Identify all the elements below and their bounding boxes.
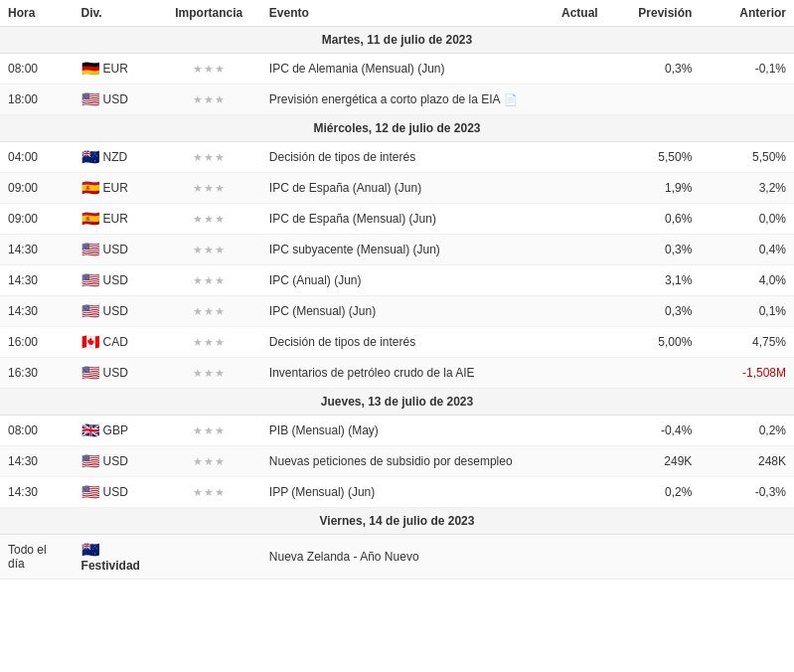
importance-stars: ★★★ <box>193 486 226 498</box>
cell-evento: IPC de España (Mensual) (Jun) <box>261 204 533 235</box>
cell-hora: 14:30 <box>0 446 74 477</box>
importance-stars: ★★★ <box>193 274 226 286</box>
importance-stars: ★★★ <box>193 367 226 379</box>
importance-stars: ★★★ <box>193 424 226 436</box>
cell-evento: IPP (Mensual) (Jun) <box>261 477 533 508</box>
currency-label: GBP <box>103 423 128 437</box>
cell-div: 🇨🇦CAD <box>74 327 157 358</box>
cell-actual <box>533 265 606 296</box>
col-header-hora: Hora <box>0 0 74 27</box>
table-row: Todo el día🇳🇿FestividadNueva Zelanda - A… <box>0 535 794 580</box>
cell-hora: 09:00 <box>0 173 74 204</box>
cell-evento: Inventarios de petróleo crudo de la AIE <box>261 358 533 389</box>
cell-hora: 14:30 <box>0 265 74 296</box>
cell-actual <box>533 477 606 508</box>
cell-importancia: ★★★ <box>157 84 261 115</box>
cell-hora: 04:00 <box>0 142 74 173</box>
table-row: 08:00🇬🇧GBP★★★PIB (Mensual) (May)-0,4%0,2… <box>0 416 794 446</box>
cell-anterior: 4,75% <box>700 327 794 358</box>
importance-stars: ★★★ <box>193 336 226 348</box>
col-header-importancia: Importancia <box>157 0 261 27</box>
cell-evento: Decisión de tipos de interés <box>261 327 533 358</box>
flag-icon: 🇬🇧 <box>81 421 100 438</box>
cell-div: 🇩🇪EUR <box>74 54 157 84</box>
cell-importancia: ★★★ <box>157 173 261 204</box>
cell-prevision: -0,4% <box>606 416 701 446</box>
cell-evento: Previsión energética a corto plazo de la… <box>261 84 533 115</box>
cell-div: 🇺🇸USD <box>74 477 157 508</box>
currency-label: EUR <box>103 212 128 226</box>
holiday-label: Festividad <box>81 559 140 573</box>
cell-prevision: 0,2% <box>606 477 701 508</box>
cell-actual <box>533 142 606 173</box>
cell-actual <box>533 327 606 358</box>
cell-div: 🇪🇸EUR <box>74 204 157 235</box>
cell-anterior: 0,0% <box>700 204 794 235</box>
cell-importancia: ★★★ <box>157 416 261 446</box>
cell-prevision: 0,3% <box>606 54 701 84</box>
cell-actual <box>533 204 606 235</box>
currency-label: CAD <box>103 335 128 349</box>
cell-div: 🇺🇸USD <box>74 235 157 265</box>
flag-icon: 🇺🇸 <box>81 364 100 381</box>
cell-evento: Nueva Zelanda - Año Nuevo <box>261 535 533 580</box>
importance-stars: ★★★ <box>193 63 226 75</box>
cell-importancia <box>157 535 261 580</box>
cell-hora: 16:00 <box>0 327 74 358</box>
cell-evento: IPC subyacente (Mensual) (Jun) <box>261 235 533 265</box>
cell-hora: 09:00 <box>0 204 74 235</box>
cell-anterior: -0,3% <box>700 477 794 508</box>
col-header-div: Div. <box>74 0 157 27</box>
cell-actual <box>533 54 606 84</box>
cell-prevision <box>606 84 701 115</box>
cell-prevision: 0,3% <box>606 235 701 265</box>
section-title: Jueves, 13 de julio de 2023 <box>0 389 794 416</box>
cell-hora: 18:00 <box>0 84 74 115</box>
col-header-anterior: Anterior <box>700 0 794 27</box>
importance-stars: ★★★ <box>193 305 226 317</box>
cell-div: 🇺🇸USD <box>74 446 157 477</box>
table-row: 14:30🇺🇸USD★★★IPC (Anual) (Jun)3,1%4,0% <box>0 265 794 296</box>
table-row: 14:30🇺🇸USD★★★IPC (Mensual) (Jun)0,3%0,1% <box>0 296 794 327</box>
cell-prevision <box>606 358 701 389</box>
table-row: 14:30🇺🇸USD★★★IPC subyacente (Mensual) (J… <box>0 235 794 265</box>
cell-actual <box>533 446 606 477</box>
cell-evento: PIB (Mensual) (May) <box>261 416 533 446</box>
cell-actual <box>533 84 606 115</box>
document-icon: 📄 <box>504 93 518 105</box>
cell-prevision: 1,9% <box>606 173 701 204</box>
cell-hora: 08:00 <box>0 416 74 446</box>
cell-prevision: 5,00% <box>606 327 701 358</box>
section-header-0: Martes, 11 de julio de 2023 <box>0 27 794 54</box>
flag-icon: 🇳🇿 <box>81 148 100 165</box>
importance-stars: ★★★ <box>193 93 226 105</box>
table-row: 16:00🇨🇦CAD★★★Decisión de tipos de interé… <box>0 327 794 358</box>
cell-evento: IPC (Anual) (Jun) <box>261 265 533 296</box>
flag-icon: 🇪🇸 <box>81 179 100 196</box>
cell-anterior: 4,0% <box>700 265 794 296</box>
cell-anterior: -1,508M <box>700 358 794 389</box>
currency-label: USD <box>103 92 128 106</box>
cell-div: 🇬🇧GBP <box>74 416 157 446</box>
col-header-evento: Evento <box>261 0 533 27</box>
cell-importancia: ★★★ <box>157 54 261 84</box>
currency-label: USD <box>103 304 128 318</box>
cell-prevision: 3,1% <box>606 265 701 296</box>
section-header-2: Jueves, 13 de julio de 2023 <box>0 389 794 416</box>
cell-anterior: 248K <box>700 446 794 477</box>
cell-hora: Todo el día <box>0 535 74 580</box>
col-header-prevision: Previsión <box>606 0 701 27</box>
cell-hora: 08:00 <box>0 54 74 84</box>
cell-hora: 14:30 <box>0 235 74 265</box>
currency-label: USD <box>103 485 128 499</box>
cell-anterior <box>700 84 794 115</box>
flag-icon: 🇩🇪 <box>81 60 100 77</box>
table-row: 04:00🇳🇿NZD★★★Decisión de tipos de interé… <box>0 142 794 173</box>
cell-anterior <box>700 535 794 580</box>
section-header-3: Viernes, 14 de julio de 2023 <box>0 508 794 535</box>
importance-stars: ★★★ <box>193 213 226 225</box>
importance-stars: ★★★ <box>193 455 226 467</box>
cell-div: 🇺🇸USD <box>74 358 157 389</box>
table-row: 14:30🇺🇸USD★★★Nuevas peticiones de subsid… <box>0 446 794 477</box>
section-header-1: Miércoles, 12 de julio de 2023 <box>0 115 794 142</box>
